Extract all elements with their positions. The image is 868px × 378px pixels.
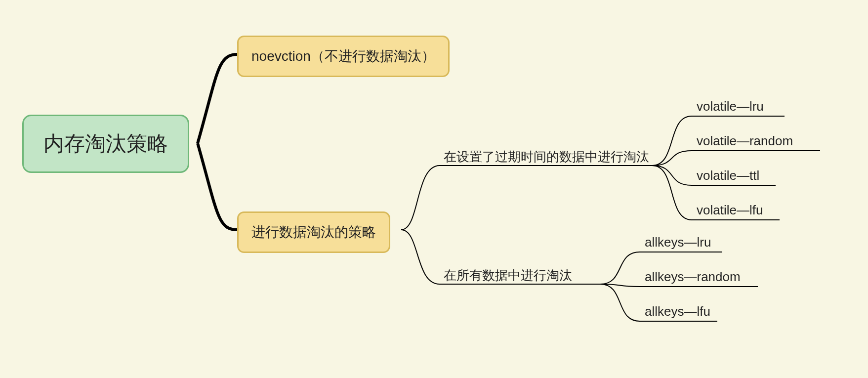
leaf-volatile-ttl-label: volatile—ttl	[697, 168, 759, 183]
leaf-volatile-lru[interactable]: volatile—lru	[697, 99, 764, 114]
leaf-volatile-random[interactable]: volatile—random	[697, 133, 793, 149]
leaf-allkeys-lru-label: allkeys—lru	[645, 235, 711, 250]
leaf-volatile-lfu[interactable]: volatile—lfu	[697, 203, 763, 218]
branch-noeviction[interactable]: noevction（不进行数据淘汰）	[237, 36, 450, 77]
root-label: 内存淘汰策略	[43, 130, 168, 158]
branch-eviction[interactable]: 进行数据淘汰的策略	[237, 211, 390, 253]
leaf-allkeys-random[interactable]: allkeys—random	[645, 269, 741, 285]
root-node[interactable]: 内存淘汰策略	[22, 115, 189, 173]
group-allkeys[interactable]: 在所有数据中进行淘汰	[444, 267, 572, 284]
group-volatile-label: 在设置了过期时间的数据中进行淘汰	[444, 148, 649, 166]
branch-eviction-label: 进行数据淘汰的策略	[251, 223, 376, 242]
leaf-volatile-lru-label: volatile—lru	[697, 99, 764, 114]
leaf-allkeys-lfu-label: allkeys—lfu	[645, 304, 710, 319]
branch-noeviction-label: noevction（不进行数据淘汰）	[251, 47, 435, 66]
leaf-allkeys-random-label: allkeys—random	[645, 269, 741, 285]
leaf-volatile-random-label: volatile—random	[697, 133, 793, 149]
leaf-volatile-ttl[interactable]: volatile—ttl	[697, 168, 759, 183]
leaf-volatile-lfu-label: volatile—lfu	[697, 203, 763, 218]
leaf-allkeys-lru[interactable]: allkeys—lru	[645, 235, 711, 250]
group-allkeys-label: 在所有数据中进行淘汰	[444, 267, 572, 284]
leaf-allkeys-lfu[interactable]: allkeys—lfu	[645, 304, 710, 319]
group-volatile[interactable]: 在设置了过期时间的数据中进行淘汰	[444, 148, 649, 166]
